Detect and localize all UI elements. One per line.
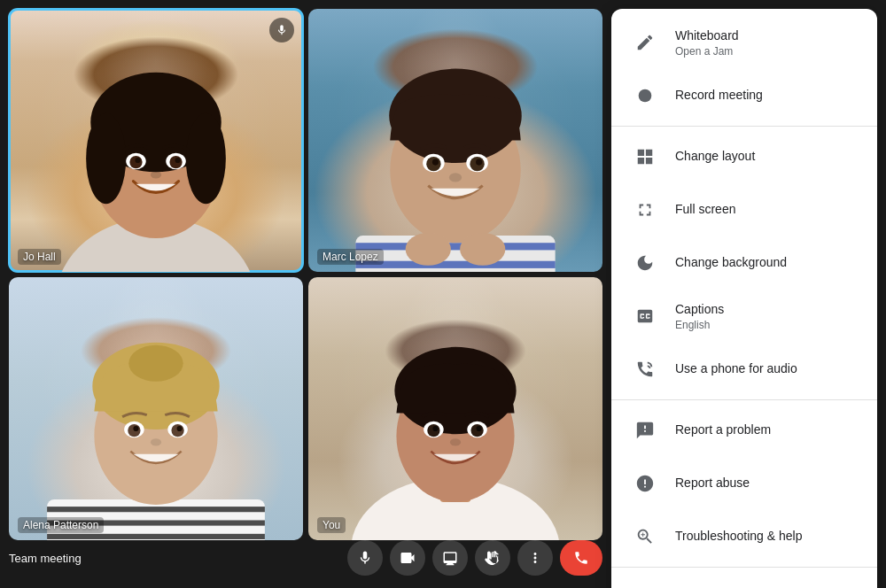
svg-point-58	[639, 89, 652, 103]
phone-audio-icon	[629, 353, 661, 385]
svg-point-4	[86, 113, 126, 204]
svg-point-45	[177, 426, 183, 431]
divider-2	[611, 399, 877, 400]
settings-icon	[629, 582, 661, 588]
menu-text-layout: Change layout	[675, 148, 859, 166]
svg-point-55	[432, 426, 438, 431]
participant-label-marc: Marc Lopez	[317, 249, 384, 265]
menu-item-whiteboard[interactable]: Whiteboard Open a Jam	[611, 16, 877, 69]
pencil-icon	[629, 27, 661, 58]
menu-item-phone-audio[interactable]: Use a phone for audio	[611, 343, 877, 396]
meeting-title: Team meeting	[9, 552, 82, 565]
raise-hand-button[interactable]	[475, 540, 510, 576]
svg-point-5	[186, 113, 226, 204]
fullscreen-icon	[629, 194, 661, 226]
divider-3	[611, 567, 877, 568]
toolbar: Team meeting	[9, 540, 602, 576]
svg-rect-15	[355, 243, 555, 250]
menu-text-troubleshoot: Troubleshooting & help	[675, 528, 859, 545]
menu-text-record: Record meeting	[675, 87, 859, 104]
menu-text-captions: Captions English	[675, 301, 859, 332]
menu-label-layout: Change layout	[675, 148, 859, 166]
more-options-button[interactable]	[517, 540, 553, 576]
alena-avatar	[9, 277, 303, 540]
video-tile-marc: Marc Lopez	[308, 9, 602, 272]
menu-sublabel-whiteboard: Open a Jam	[675, 45, 859, 58]
menu-text-fullscreen: Full screen	[675, 201, 859, 219]
menu-item-settings[interactable]: Settings	[611, 571, 877, 588]
menu-label-background: Change background	[675, 254, 859, 272]
record-icon	[629, 80, 661, 112]
menu-text-background: Change background	[675, 254, 859, 272]
video-tile-alena: Alena Patterson	[9, 277, 303, 540]
svg-rect-16	[355, 261, 555, 268]
menu-label-troubleshoot: Troubleshooting & help	[675, 528, 859, 545]
participant-label-alena: Alena Patterson	[18, 517, 104, 533]
video-grid: Jo Hall	[9, 9, 602, 540]
menu-label-fullscreen: Full screen	[675, 201, 859, 219]
context-menu: Whiteboard Open a Jam Record meeting Cha…	[611, 9, 877, 588]
video-tile-jo: Jo Hall	[9, 9, 303, 272]
svg-rect-32	[47, 507, 265, 512]
menu-item-report-problem[interactable]: Report a problem	[611, 404, 877, 457]
menu-item-layout[interactable]: Change layout	[611, 130, 877, 183]
menu-item-report-abuse[interactable]: Report abuse	[611, 457, 877, 510]
background-icon	[629, 247, 661, 279]
camera-button[interactable]	[390, 540, 425, 576]
svg-point-56	[477, 426, 482, 431]
menu-text-report-problem: Report a problem	[675, 422, 859, 439]
layout-icon	[629, 141, 661, 173]
menu-label-record: Record meeting	[675, 87, 859, 104]
menu-label-captions: Captions	[675, 301, 859, 319]
menu-text-report-abuse: Report abuse	[675, 475, 859, 492]
video-tile-you: You	[308, 277, 602, 540]
participant-label-you: You	[317, 517, 346, 533]
menu-label-report-abuse: Report abuse	[675, 475, 859, 492]
svg-point-12	[151, 171, 161, 178]
svg-point-27	[476, 159, 482, 165]
cc-icon	[629, 300, 661, 332]
svg-point-30	[460, 233, 505, 266]
menu-label-report-problem: Report a problem	[675, 422, 859, 439]
menu-text-phone-audio: Use a phone for audio	[675, 360, 859, 378]
end-call-button[interactable]	[560, 540, 602, 576]
menu-text-whiteboard: Whiteboard Open a Jam	[675, 27, 859, 58]
svg-point-29	[406, 233, 451, 266]
svg-point-39	[128, 345, 183, 382]
jo-avatar	[9, 9, 303, 272]
menu-label-whiteboard: Whiteboard	[675, 27, 859, 45]
menu-sublabel-captions: English	[675, 319, 859, 331]
menu-label-phone-audio: Use a phone for audio	[675, 360, 859, 378]
marc-avatar	[308, 9, 602, 272]
svg-point-11	[175, 158, 181, 163]
mic-indicator-jo	[269, 18, 294, 43]
menu-item-captions[interactable]: Captions English	[611, 290, 877, 343]
menu-item-fullscreen[interactable]: Full screen	[611, 183, 877, 236]
menu-item-record[interactable]: Record meeting	[611, 69, 877, 122]
svg-point-10	[135, 158, 140, 163]
svg-point-28	[449, 173, 462, 182]
troubleshoot-icon	[629, 521, 661, 553]
svg-point-57	[450, 438, 461, 445]
menu-item-background[interactable]: Change background	[611, 236, 877, 290]
svg-point-46	[151, 438, 161, 445]
svg-rect-34	[47, 534, 265, 539]
menu-item-troubleshoot[interactable]: Troubleshooting & help	[611, 510, 877, 563]
svg-point-26	[432, 159, 439, 165]
divider-1	[611, 126, 877, 127]
report-problem-icon	[629, 414, 661, 446]
toolbar-controls	[347, 540, 602, 576]
mic-button[interactable]	[347, 540, 383, 576]
present-button[interactable]	[432, 540, 468, 576]
svg-point-44	[133, 426, 138, 431]
you-avatar	[308, 277, 602, 540]
report-abuse-icon	[629, 468, 661, 499]
participant-label-jo: Jo Hall	[18, 249, 61, 265]
